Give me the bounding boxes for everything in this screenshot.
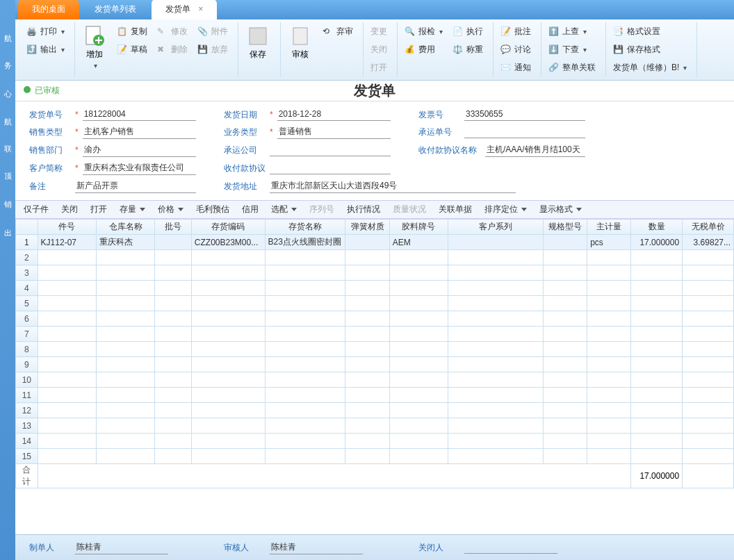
- col-warehouse[interactable]: 仓库名称: [96, 220, 154, 235]
- table-row[interactable]: 8: [16, 342, 734, 357]
- saveformat-icon: 💾: [613, 44, 624, 56]
- table-row[interactable]: 4: [16, 281, 734, 296]
- notify-icon: ✉️: [500, 63, 512, 74]
- save-format-button[interactable]: 💾保存格式: [610, 42, 690, 58]
- col-spec[interactable]: 规格型号: [543, 220, 587, 235]
- display-button[interactable]: 显示格式: [539, 204, 582, 215]
- status-dot-icon: [24, 86, 31, 93]
- print-button[interactable]: 🖨️打印▾: [24, 24, 67, 40]
- inspect-button[interactable]: 🔍报检▾: [402, 24, 446, 40]
- field-invoice[interactable]: 33350655: [464, 108, 585, 121]
- label-remark: 备注: [29, 181, 71, 192]
- discuss-button[interactable]: 💬讨论: [498, 42, 534, 58]
- field-saletype[interactable]: 主机客户销售: [83, 125, 196, 139]
- discuss-icon: 💬: [500, 44, 512, 56]
- status-text: 已审核: [35, 85, 60, 95]
- cost-button[interactable]: 💰费用: [402, 42, 446, 58]
- draft-button[interactable]: 📝草稿: [114, 42, 150, 58]
- tab-my-desktop[interactable]: 我的桌面: [18, 0, 79, 19]
- col-brand[interactable]: 胶料牌号: [389, 220, 448, 235]
- lookup-button[interactable]: ⬆️上查▾: [546, 24, 598, 40]
- field-biztype[interactable]: 普通销售: [277, 125, 391, 139]
- col-qty[interactable]: 数量: [631, 220, 683, 235]
- field-remark[interactable]: 新产品开票: [75, 179, 196, 193]
- delete-icon: ✖: [157, 44, 168, 56]
- field-carrierno[interactable]: [464, 126, 585, 138]
- table-row[interactable]: 11: [16, 388, 734, 403]
- audit-button: 审核: [285, 24, 316, 62]
- quality-button: 质量状况: [393, 204, 426, 215]
- label-shipdate: 发货日期: [224, 109, 266, 121]
- close-icon[interactable]: ×: [198, 4, 203, 14]
- field-cust[interactable]: 重庆科杰实业有限责任公司: [83, 161, 196, 175]
- detail-grid[interactable]: 件号 仓库名称 批号 存货编码 存货名称 弹簧材质 胶料牌号 客户系列 规格型号…: [15, 219, 734, 534]
- discard-icon: 💾: [197, 44, 209, 56]
- wholebill-button[interactable]: 🔗整单关联: [546, 60, 598, 76]
- approve-button[interactable]: 📝批注: [498, 24, 534, 40]
- field-addr[interactable]: 重庆市北部新区天山大道西段49号: [270, 179, 516, 193]
- abandon-icon: ⟲: [323, 26, 334, 38]
- price-button[interactable]: 价格: [158, 204, 184, 215]
- table-row[interactable]: 5: [16, 296, 734, 311]
- table-row[interactable]: 6: [16, 311, 734, 327]
- label-cust: 客户简称: [29, 163, 71, 174]
- field-payterm-name[interactable]: 主机/AAA/销售月结100天: [485, 143, 585, 157]
- table-row[interactable]: 1 KJ112-07重庆科杰 CZZ00B23M00...B23点火线圈密封圈 …: [16, 235, 734, 250]
- field-carrier[interactable]: [270, 144, 391, 156]
- grid-toolbar: 仅子件 关闭 打开 存量 价格 毛利预估 信用 选配 序列号 执行情况 质量状况…: [15, 200, 734, 219]
- col-uom[interactable]: 主计量: [587, 220, 631, 235]
- field-payterm[interactable]: [270, 162, 391, 174]
- col-part[interactable]: 件号: [38, 220, 96, 235]
- credit-button[interactable]: 信用: [242, 204, 259, 215]
- tab-shipment[interactable]: 发货单 ×: [152, 0, 217, 19]
- col-name[interactable]: 存货名称: [265, 220, 345, 235]
- exec-button[interactable]: 执行情况: [347, 204, 380, 215]
- open-line-button[interactable]: 打开: [90, 204, 107, 215]
- export-button[interactable]: ⤴️输出▾: [24, 42, 67, 58]
- add-button[interactable]: 增加 ▾: [79, 24, 110, 71]
- lookdown-button[interactable]: ⬇️下查▾: [546, 42, 598, 58]
- execute-button[interactable]: 📄执行: [450, 24, 486, 40]
- stock-button[interactable]: 存量: [120, 204, 145, 215]
- table-row[interactable]: 7: [16, 327, 734, 342]
- label-closer: 关闭人: [418, 542, 460, 554]
- table-row[interactable]: 14: [16, 434, 734, 449]
- field-saledept[interactable]: 渝办: [83, 143, 196, 157]
- close-bill-button: 关闭: [368, 42, 390, 58]
- col-code[interactable]: 存货编码: [191, 220, 265, 235]
- table-row[interactable]: 2: [16, 250, 734, 265]
- export-icon: ⤴️: [26, 44, 38, 56]
- notify-button[interactable]: ✉️通知: [498, 60, 534, 76]
- rel-button[interactable]: 关联单据: [439, 204, 472, 215]
- header-form: 发货单号*181228004 发货日期*2018-12-28 发票号333506…: [15, 101, 734, 200]
- label-shipno: 发货单号: [29, 109, 71, 121]
- format-set-button[interactable]: 📑格式设置: [610, 24, 690, 40]
- col-batch[interactable]: 批号: [155, 220, 192, 235]
- left-nav-strip[interactable]: 航 务 心 航 联 顶 销 出: [0, 0, 15, 560]
- match-button[interactable]: 选配: [271, 204, 297, 215]
- tab-shipment-list[interactable]: 发货单列表: [81, 0, 150, 19]
- close-line-button[interactable]: 关闭: [61, 204, 78, 215]
- field-shipdate[interactable]: 2018-12-28: [277, 108, 391, 121]
- total-label: 合计: [16, 464, 38, 488]
- col-series[interactable]: 客户系列: [448, 220, 543, 235]
- shipping-bill-button[interactable]: 发货单（维修）B!▾: [610, 60, 690, 76]
- gross-button[interactable]: 毛利预估: [196, 204, 229, 215]
- table-row[interactable]: 3: [16, 265, 734, 281]
- field-shipno[interactable]: 181228004: [83, 108, 196, 121]
- abandon-audit-button[interactable]: ⟲弃审: [320, 24, 356, 40]
- col-spring[interactable]: 弹簧材质: [345, 220, 389, 235]
- weigh-button[interactable]: ⚖️称重: [450, 42, 486, 58]
- only-sub-button[interactable]: 仅子件: [24, 204, 49, 215]
- table-row[interactable]: 13: [16, 418, 734, 434]
- table-row[interactable]: 10: [16, 372, 734, 388]
- table-row[interactable]: 15: [16, 449, 734, 464]
- cost-icon: 💰: [405, 44, 416, 56]
- table-row[interactable]: 12: [16, 403, 734, 418]
- col-price[interactable]: 无税单价: [683, 220, 734, 235]
- sort-button[interactable]: 排序定位: [484, 204, 527, 215]
- save-icon: [247, 25, 269, 47]
- table-row[interactable]: 9: [16, 357, 734, 372]
- label-payterm-name: 收付款协议名称: [418, 145, 481, 156]
- copy-button[interactable]: 📋复制: [114, 24, 150, 40]
